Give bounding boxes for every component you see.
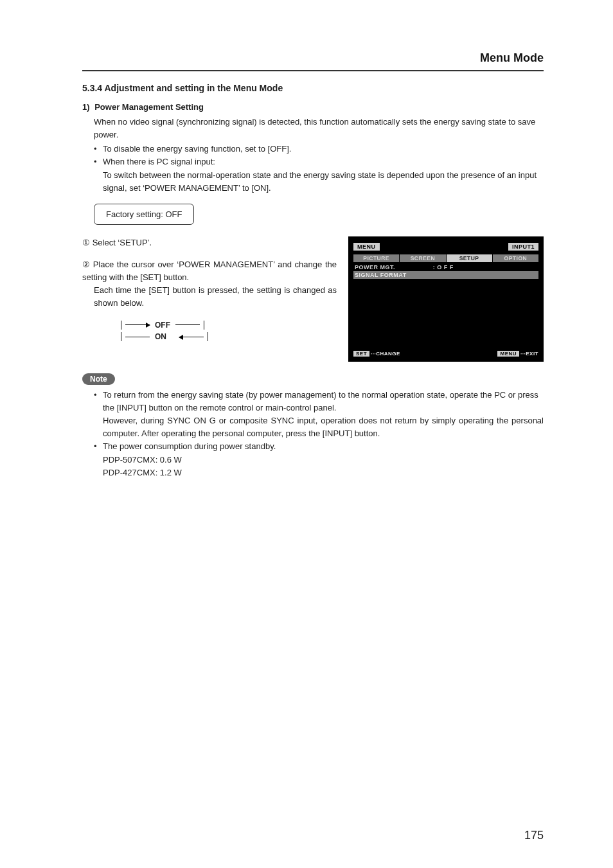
osd-row-signal-format: SIGNAL FORMAT — [353, 271, 538, 279]
step-2-marker: ② — [82, 258, 90, 271]
step-2-text-a: Place the cursor over ‘POWER MANAGEMENT’… — [82, 260, 337, 282]
cycle-on-label: ON — [154, 331, 168, 343]
step-1: ① Select ‘SETUP’. — [82, 236, 337, 249]
osd-row-power-mgt: POWER MGT. : O F F — [353, 263, 538, 271]
step-2: ② Place the cursor over ‘POWER MANAGEMEN… — [82, 258, 337, 310]
bullet-icon: • — [94, 440, 103, 479]
osd-menu-button-label: MENU — [497, 351, 519, 357]
bullet-2-detail: To switch between the normal-operation s… — [103, 169, 544, 195]
note-2b: PDP-427CMX: 1.2 W — [103, 466, 544, 479]
note-2a: PDP-507CMX: 0.6 W — [103, 454, 544, 466]
osd-input-chip: INPUT1 — [508, 243, 538, 251]
subsection-heading: 5.3.4 Adjustment and setting in the Menu… — [82, 83, 544, 93]
bullet-1: To disable the energy saving function, s… — [103, 143, 544, 155]
page-number: 175 — [524, 829, 544, 842]
osd-set-button-label: SET — [353, 351, 369, 357]
step-1-text: Select ‘SETUP’. — [93, 238, 152, 247]
osd-row-label: SIGNAL FORMAT — [355, 272, 433, 278]
item-body: When no video signal (synchronizing sign… — [82, 116, 544, 195]
note-1b: However, during SYNC ON G or composite S… — [103, 414, 544, 440]
bullet-icon: • — [94, 389, 103, 441]
item-heading: 1) Power Management Setting — [82, 102, 544, 112]
osd-tab-picture: PICTURE — [353, 254, 399, 262]
step-1-marker: ① — [82, 236, 90, 249]
osd-tab-setup: SETUP — [447, 254, 492, 262]
osd-tab-option: OPTION — [493, 254, 538, 262]
note-body: • To return from the energy saving state… — [82, 389, 544, 479]
osd-footer-left: SET···CHANGE — [353, 351, 400, 357]
item-number: 1) — [82, 102, 90, 112]
bullet-2: When there is PC signal input: — [103, 155, 544, 168]
bullet-icon: • — [94, 155, 103, 194]
bullet-icon: • — [94, 143, 103, 155]
osd-screenshot: MENU INPUT1 PICTURE SCREEN SETUP OPTION … — [348, 236, 544, 362]
note-1a: To return from the energy saving state (… — [103, 389, 544, 414]
osd-footer-right: MENU···EXIT — [497, 351, 538, 357]
section-title: Menu Mode — [82, 51, 544, 70]
toggle-cycle-diagram: OFF ON — [121, 319, 337, 346]
osd-row-value: : O F F — [433, 264, 485, 270]
note-2: The power consumption during power stand… — [103, 440, 544, 453]
intro-text: When no video signal (synchronizing sign… — [94, 116, 544, 141]
item-title: Power Management Setting — [94, 102, 204, 112]
osd-row-label: POWER MGT. — [355, 264, 433, 270]
note-label: Note — [82, 373, 115, 385]
cycle-off-label: OFF — [154, 319, 172, 332]
osd-tab-screen: SCREEN — [400, 254, 445, 262]
step-2-text-b: Each time the [SET] button is pressed, t… — [82, 284, 337, 310]
osd-menu-chip: MENU — [353, 243, 380, 251]
factory-setting-box: Factory setting: OFF — [94, 204, 194, 225]
header-rule — [82, 70, 544, 71]
